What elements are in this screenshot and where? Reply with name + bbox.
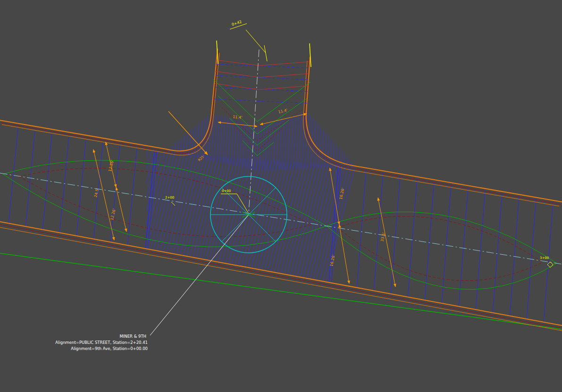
station-text-000: 0+00 — [222, 189, 231, 193]
cad-viewport[interactable]: 11.4' 11.4' 12.26' 12.26' 24.5' 16.26' 1… — [0, 0, 562, 392]
callout-title: MINER & 9TH — [120, 334, 147, 339]
callout-line2: Alignment=9th Ave, Station=0+00.00 — [71, 346, 148, 351]
station-text-300: 3+00 — [540, 256, 549, 260]
corridor-intersection-drawing[interactable]: 11.4' 11.4' 12.26' 12.26' 24.5' 16.26' 1… — [0, 0, 562, 392]
callout-line1: Alignment=PUBLIC STREET, Station=2+20.41 — [55, 340, 148, 345]
station-text-200: 2+00 — [165, 196, 174, 200]
